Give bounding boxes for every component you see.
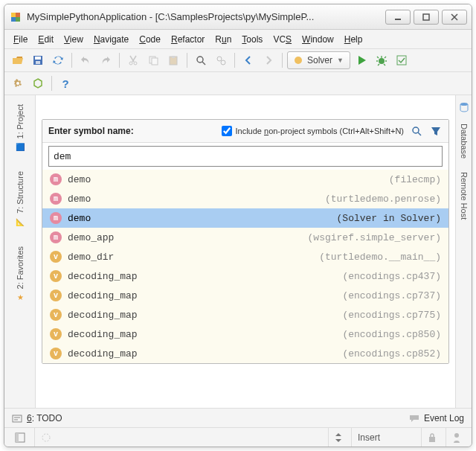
separator — [282, 53, 283, 68]
status-insert[interactable]: Insert — [351, 428, 418, 447]
result-location: (wsgiref.simple_server) — [308, 232, 441, 243]
database-icon[interactable] — [458, 101, 470, 113]
result-name: demo — [68, 174, 91, 185]
result-row[interactable]: vdecoding_map(encodings.cp850) — [42, 324, 448, 344]
title-bar: MySimplePythonApplication - [C:\SamplesP… — [4, 4, 472, 30]
status-toolwindows-icon[interactable] — [9, 428, 31, 447]
save-icon[interactable] — [29, 51, 47, 69]
coverage-icon[interactable] — [393, 51, 411, 69]
sync-icon[interactable] — [49, 51, 67, 69]
undo-icon[interactable] — [77, 51, 94, 69]
back-icon[interactable] — [239, 51, 257, 69]
menu-file[interactable]: File — [9, 32, 32, 47]
include-non-project-checkbox[interactable]: Include non-project symbols (Ctrl+Alt+Sh… — [222, 126, 404, 136]
find-icon[interactable] — [192, 51, 210, 69]
paste-icon[interactable] — [164, 51, 182, 69]
result-row[interactable]: vdecoding_map(encodings.cp737) — [42, 286, 448, 305]
method-icon: m — [50, 193, 62, 205]
result-name: demo_dir — [68, 252, 114, 263]
result-row[interactable]: vdecoding_map(encodings.cp775) — [42, 305, 448, 324]
app-icon — [9, 10, 22, 24]
menu-navigate[interactable]: Navigate — [89, 32, 133, 47]
result-location: (encodings.cp775) — [342, 310, 441, 321]
menu-view[interactable]: View — [60, 32, 88, 47]
separator — [71, 53, 72, 68]
result-location: (encodings.cp852) — [342, 348, 441, 359]
separator — [119, 53, 120, 68]
result-row[interactable]: mdemo_app(wsgiref.simple_server) — [42, 228, 448, 247]
svg-point-5 — [129, 62, 132, 65]
menu-edit[interactable]: Edit — [33, 32, 58, 47]
svg-point-11 — [197, 57, 203, 63]
menu-tools[interactable]: Tools — [237, 32, 267, 47]
debug-icon[interactable] — [373, 51, 390, 69]
svg-point-13 — [221, 60, 225, 65]
result-location: (filecmp) — [389, 174, 441, 185]
settings-icon[interactable] — [9, 74, 27, 92]
separator — [187, 53, 187, 68]
cut-icon[interactable] — [124, 51, 142, 69]
forward-icon[interactable] — [260, 51, 277, 69]
run-icon[interactable] — [353, 51, 370, 69]
nodejs-icon[interactable] — [29, 74, 47, 92]
maximize-button[interactable] — [414, 10, 439, 25]
bottom-tool-bar: 6: TODO Event Log — [4, 408, 472, 427]
menu-run[interactable]: Run — [210, 32, 236, 47]
help-icon[interactable]: ? — [57, 74, 74, 92]
result-row[interactable]: vdecoding_map(encodings.cp437) — [42, 266, 448, 286]
variable-icon: v — [50, 328, 62, 340]
result-location: (turtledemo.penrose) — [325, 193, 441, 205]
tab-project[interactable]: 🟦 1: Project — [13, 100, 27, 156]
results-list: mdemo(filecmp)mdemo(turtledemo.penrose)m… — [42, 170, 448, 363]
project-dot-icon: 🟦 — [15, 141, 25, 152]
result-row[interactable]: vdemo_dir(turtledemo.__main__) — [42, 247, 448, 266]
close-button[interactable] — [442, 10, 467, 25]
popup-prompt: Enter symbol name: — [48, 126, 134, 136]
menu-refactor[interactable]: Refactor — [167, 32, 209, 47]
todo-tab[interactable]: 6: TODO — [27, 413, 62, 423]
result-row[interactable]: vdecoding_map(encodings.cp852) — [42, 344, 448, 363]
replace-icon[interactable] — [212, 51, 230, 69]
result-name: demo_app — [68, 232, 114, 243]
menu-vcs[interactable]: VCS — [268, 32, 296, 47]
result-row[interactable]: mdemo(Solver in Solver) — [42, 208, 448, 228]
tab-database[interactable]: Database — [458, 121, 470, 161]
open-icon[interactable] — [9, 51, 27, 69]
svg-rect-4 — [36, 61, 40, 64]
copy-icon[interactable] — [144, 51, 162, 69]
status-hector-icon[interactable] — [446, 428, 467, 447]
menu-window[interactable]: Window — [298, 32, 338, 47]
svg-rect-0 — [395, 19, 401, 20]
menu-bar: File Edit View Navigate Code Refactor Ru… — [4, 30, 472, 49]
separator — [234, 53, 235, 68]
status-updown-icon[interactable] — [328, 428, 348, 447]
chevron-down-icon: ▼ — [337, 57, 344, 64]
search-icon[interactable] — [410, 124, 423, 138]
window-title: MySimplePythonApplication - [C:\SamplesP… — [27, 11, 385, 22]
status-lock-icon[interactable] — [421, 428, 443, 447]
result-name: decoding_map — [68, 348, 138, 359]
symbol-search-popup: Enter symbol name: Include non-project s… — [42, 119, 449, 364]
result-name: decoding_map — [68, 329, 138, 340]
tab-favorites-label: 2: Favorites — [16, 246, 25, 289]
method-icon: m — [50, 212, 62, 224]
separator — [51, 76, 52, 91]
include-non-project-input[interactable] — [222, 126, 232, 136]
redo-icon[interactable] — [97, 51, 115, 69]
svg-rect-1 — [423, 14, 429, 20]
filter-icon[interactable] — [429, 124, 443, 138]
result-row[interactable]: mdemo(filecmp) — [42, 170, 448, 189]
method-icon: m — [50, 231, 62, 243]
include-non-project-text: Include non-project symbols (Ctrl+Alt+Sh… — [235, 127, 404, 135]
search-input[interactable] — [48, 146, 443, 167]
minimize-button[interactable] — [385, 10, 411, 25]
tab-favorites[interactable]: ★ 2: Favorites — [13, 242, 27, 307]
result-row[interactable]: mdemo(turtledemo.penrose) — [42, 189, 448, 208]
menu-code[interactable]: Code — [135, 32, 165, 47]
menu-help[interactable]: Help — [340, 32, 367, 47]
tab-structure[interactable]: 📐 7: Structure — [13, 167, 27, 231]
tab-remote-host[interactable]: Remote Host — [458, 169, 470, 223]
run-configuration-dropdown[interactable]: Solver ▼ — [287, 51, 350, 69]
result-name: demo — [68, 193, 91, 205]
event-log-tab[interactable]: Event Log — [424, 413, 464, 423]
